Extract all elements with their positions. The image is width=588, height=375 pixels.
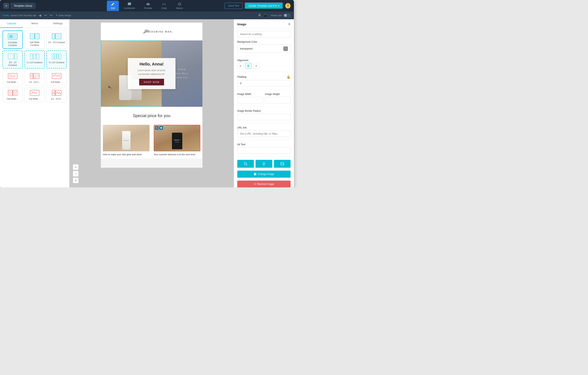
nav-edit[interactable]: Edit <box>107 1 119 11</box>
layout-full-width-r1[interactable]: Full Width ... <box>2 70 23 85</box>
eraser-icon: ✦ <box>56 14 57 17</box>
svg-rect-19 <box>59 54 61 59</box>
layout-1-3-2-3-r[interactable]: 1/3 - 2/3 C... <box>24 70 45 85</box>
helper-grid-toggle[interactable] <box>284 13 291 17</box>
close-button[interactable]: × <box>3 3 9 9</box>
special-price-title: Special price for you <box>104 111 199 121</box>
special-price-section: Special price for you <box>101 107 202 123</box>
products-row: EVELA How to make your skin glow and shi… <box>101 123 202 159</box>
product-2-menu-button[interactable]: ⋮ <box>196 126 199 129</box>
nav-preview[interactable]: Preview <box>140 1 156 11</box>
undo-redo-group: ↩ ↪ <box>43 13 53 18</box>
replace-image-button[interactable] <box>255 160 272 168</box>
clear-design-button[interactable]: ✦ Clear design <box>56 14 71 17</box>
align-right-button[interactable]: ≡ <box>253 63 259 69</box>
collapse-sidebar-button[interactable]: ◀ <box>39 14 41 17</box>
tab-settings[interactable]: Settings <box>46 19 69 28</box>
layout-full-width-r2[interactable]: Full Width ... <box>46 70 67 85</box>
update-template-button[interactable]: Update Template and Exit ▾ <box>245 2 283 9</box>
border-radius-input[interactable]: 10 <box>240 115 288 118</box>
svg-rect-37 <box>13 94 16 94</box>
alt-text-field[interactable]: Email Image <box>237 147 291 154</box>
send-test-button[interactable]: Send Test <box>225 3 243 9</box>
tab-layouts[interactable]: Layouts <box>0 19 23 28</box>
layout-full-width-r3[interactable]: Full Width ... <box>24 87 45 102</box>
divider-3 <box>237 90 291 90</box>
nav-comments[interactable]: Comments <box>120 1 139 11</box>
background-color-field[interactable]: transparent <box>237 45 291 53</box>
settings-search-input[interactable] <box>237 31 291 38</box>
alt-text-input[interactable]: Email Image <box>240 149 288 152</box>
mobile-icon[interactable]: 📱 <box>263 13 267 17</box>
sidebar-tabs: Layouts Items Settings <box>0 19 69 28</box>
template-library-button[interactable]: Template Library <box>11 3 35 9</box>
svg-rect-35 <box>9 94 11 94</box>
url-link-input[interactable] <box>240 132 288 135</box>
resize-handle[interactable]: ⤢ <box>198 148 199 150</box>
svg-point-27 <box>31 77 32 78</box>
desktop-icon[interactable]: 🖥 <box>258 13 261 17</box>
undo-button[interactable]: ↩ <box>43 13 48 18</box>
nav-center: Edit Comments Preview Code History <box>107 1 187 11</box>
svg-rect-9 <box>53 34 54 38</box>
redo-button[interactable]: ↪ <box>49 13 53 18</box>
padding-field[interactable]: 0 <box>237 80 291 87</box>
panel-close-button[interactable]: ✕ <box>288 22 291 26</box>
dropdown-arrow-icon: ▾ <box>278 4 279 7</box>
align-left-button[interactable]: ≡ <box>237 63 243 69</box>
fullscreen-button[interactable]: ⤢ <box>73 177 79 183</box>
resize-image-button[interactable] <box>274 160 291 168</box>
align-center-button[interactable] <box>245 63 251 69</box>
product-2-crop-tool[interactable] <box>155 126 159 130</box>
svg-point-39 <box>31 91 32 92</box>
layout-half-width-r[interactable]: Half Width ... <box>2 87 23 102</box>
crop-image-button[interactable] <box>237 160 254 168</box>
image-width-field[interactable]: 290 <box>237 97 263 103</box>
zoom-out-button[interactable]: − <box>73 171 79 177</box>
tab-items[interactable]: Items <box>23 19 46 28</box>
nav-history[interactable]: History <box>172 1 187 11</box>
image-height-input[interactable]: 120 <box>268 99 288 101</box>
nav-right: Send Test Update Template and Exit ▾ ? <box>225 2 291 9</box>
image-height-field[interactable]: 120 <box>265 97 291 103</box>
stripe-pattern-icon <box>283 46 288 51</box>
svg-rect-17 <box>54 54 56 59</box>
padding-group: Padding 🔒 0 <box>237 75 291 87</box>
help-button[interactable]: ? <box>285 3 291 9</box>
layout-1-3-2-3-r2[interactable]: 1/3 - 2/3 R... <box>46 87 67 102</box>
divider-4 <box>237 106 291 107</box>
layout-one-third-two-thirds[interactable]: 1/3 - 2/3 Container <box>46 30 67 49</box>
saved-status: saved a few seconds ago <box>10 14 36 17</box>
image-width-input[interactable]: 290 <box>240 99 260 101</box>
layout-3x1-3[interactable]: 3 x 1/3 Container <box>24 50 45 69</box>
svg-rect-5 <box>31 34 34 38</box>
background-color-label: Background Color <box>237 41 291 43</box>
svg-rect-10 <box>56 34 61 38</box>
product-2-edit-tool[interactable] <box>159 126 163 130</box>
url-link-label: URL link <box>237 126 291 129</box>
remove-image-button[interactable]: ✕ Remove Image <box>237 181 291 187</box>
background-color-group: Background Color transparent <box>237 41 291 53</box>
email-header: 𝒥m JASMINE MANAKA <box>101 23 202 41</box>
layout-full-width[interactable]: Full Width Container <box>2 30 23 49</box>
svg-rect-22 <box>13 74 16 76</box>
border-radius-field[interactable]: 10 <box>237 114 291 120</box>
drafts-link[interactable]: Drafts <box>3 14 9 17</box>
url-link-group: URL link <box>237 126 291 137</box>
layout-4x1-4[interactable]: 4 x 1/4 Container <box>46 50 67 69</box>
url-link-field[interactable] <box>237 130 291 137</box>
svg-rect-28 <box>34 74 39 77</box>
product-2-title: Your summer skincare is to the next leve… <box>154 153 200 156</box>
padding-input[interactable]: 0 <box>240 82 288 85</box>
padding-lock-icon[interactable]: 🔒 <box>286 75 291 79</box>
svg-rect-15 <box>36 54 39 59</box>
zoom-in-button[interactable]: + <box>73 164 79 170</box>
layout-half-width[interactable]: Half Width Container <box>24 30 45 49</box>
shop-now-button[interactable]: SHOP NOW <box>139 79 164 85</box>
zoom-controls: + − ⤢ <box>73 164 79 183</box>
layout-full-width-r2-label: Full Width ... <box>51 81 63 83</box>
svg-rect-40 <box>52 90 55 96</box>
nav-code[interactable]: Code <box>157 1 171 11</box>
layout-two-thirds-one-third[interactable]: 2/3 - 1/3 Container <box>2 50 23 69</box>
change-image-button[interactable]: Change Image <box>237 171 291 178</box>
